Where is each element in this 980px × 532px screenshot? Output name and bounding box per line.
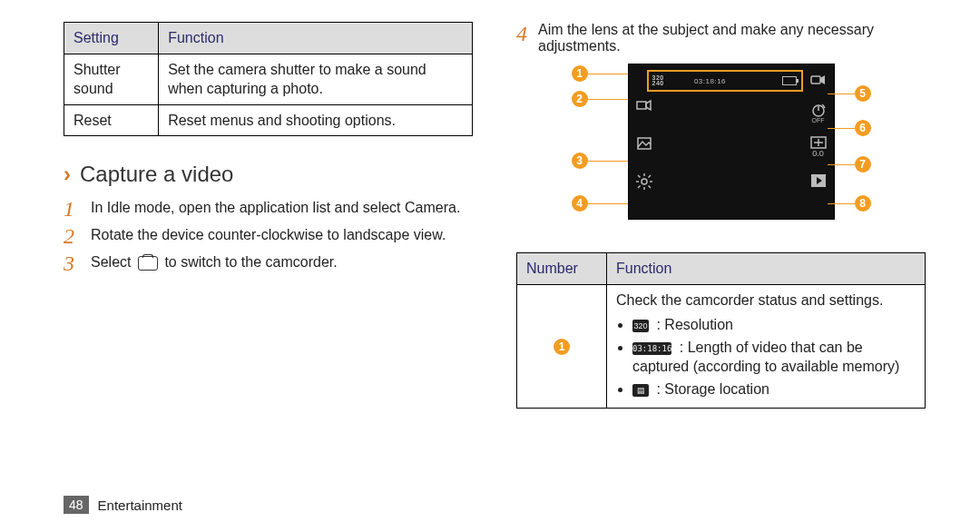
record-time: 03:18:16: [694, 77, 726, 85]
step-3: 3 Select to switch to the camcorder.: [64, 252, 473, 274]
chevron-right-icon: ›: [64, 162, 71, 187]
bullet-storage: ▤ : Storage location: [632, 379, 916, 399]
col-function: Function: [159, 23, 473, 54]
left-icons: [634, 95, 654, 192]
scene-icon: [634, 133, 654, 153]
camera-icon: [138, 256, 158, 271]
exposure-icon: 0.0: [808, 136, 828, 158]
resolution-badge: 320 240: [652, 75, 664, 85]
right-icons: OFF 0.0: [808, 70, 828, 191]
callout-6: 6: [855, 120, 871, 136]
svg-line-7: [638, 175, 641, 178]
svg-line-9: [638, 186, 641, 189]
col-setting: Setting: [64, 23, 159, 54]
bullet-length: 03:18:16 : Length of video that can be c…: [632, 338, 916, 377]
camcorder-screenshot: 1 2 3 4 320 240 03:18:16: [572, 64, 871, 236]
callout-function-table: Number Function 1 Check the camcorder st…: [516, 252, 926, 409]
svg-line-8: [648, 186, 651, 189]
section-title: Capture a video: [80, 162, 233, 187]
callout-5: 5: [855, 85, 871, 102]
mode-switch-icon: [634, 95, 654, 115]
col-number: Number: [517, 253, 607, 285]
storage-glyph-icon: ▤: [632, 384, 649, 397]
manual-page: Setting Function Shutter sound Set the c…: [0, 0, 980, 532]
callout-3: 3: [572, 153, 588, 169]
table-row: 1 Check the camcorder status and setting…: [517, 284, 926, 408]
callout-7: 7: [855, 156, 871, 172]
svg-rect-0: [637, 102, 646, 109]
time-glyph-icon: 03:18:16: [632, 342, 671, 355]
table-row: Reset Reset menus and shooting options.: [64, 104, 473, 136]
step-2: 2 Rotate the device counter-clockwise to…: [64, 225, 473, 247]
callout-4: 4: [572, 195, 588, 212]
svg-rect-11: [811, 76, 820, 84]
resolution-glyph-icon: 320240: [632, 320, 649, 332]
bullet-resolution: 320240 : Resolution: [632, 315, 916, 335]
callout-2: 2: [572, 91, 588, 107]
status-bar: 320 240 03:18:16: [647, 70, 803, 92]
section-label: Entertainment: [98, 498, 182, 513]
viewfinder: 320 240 03:18:16: [628, 64, 835, 220]
callout-1-ref: 1: [554, 339, 570, 355]
table-row: Shutter sound Set the camera shutter to …: [64, 54, 473, 104]
settings-table: Setting Function Shutter sound Set the c…: [64, 22, 473, 136]
page-footer: 48 Entertainment: [64, 496, 182, 514]
left-column: Setting Function Shutter sound Set the c…: [64, 22, 473, 409]
table-header-row: Number Function: [517, 253, 926, 285]
page-number: 48: [64, 496, 89, 514]
steps-list: 1 In Idle mode, open the application lis…: [64, 198, 473, 274]
settings-icon: [634, 172, 654, 192]
section-heading: › Capture a video: [64, 162, 473, 187]
play-icon: [808, 171, 828, 191]
svg-point-2: [642, 179, 647, 184]
battery-icon: [782, 76, 797, 85]
step-1: 1 In Idle mode, open the application lis…: [64, 198, 473, 220]
timer-icon: OFF: [808, 103, 828, 123]
col-function: Function: [607, 253, 926, 285]
table-header-row: Setting Function: [64, 23, 473, 54]
svg-line-10: [648, 175, 651, 178]
camcorder-icon: [808, 70, 828, 90]
callout-8: 8: [855, 195, 871, 212]
right-column: 4 Aim the lens at the subject and make a…: [516, 22, 926, 409]
callout-1: 1: [572, 65, 588, 82]
step-4: 4 Aim the lens at the subject and make a…: [516, 22, 926, 54]
